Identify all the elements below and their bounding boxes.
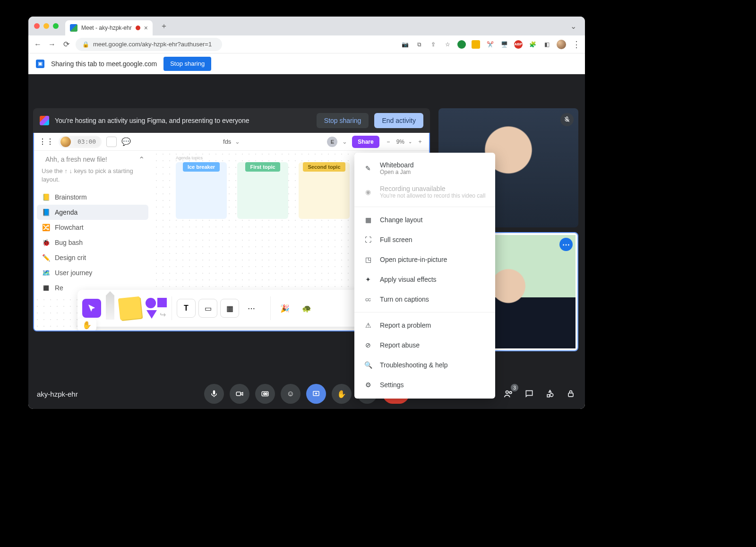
agenda-icon: 📘 bbox=[42, 208, 50, 217]
minimize-window-button[interactable] bbox=[43, 23, 49, 29]
comment-icon[interactable]: 💬 bbox=[121, 137, 131, 146]
close-window-button[interactable] bbox=[34, 23, 40, 29]
maximize-window-button[interactable] bbox=[53, 23, 59, 29]
right-controls: ⓘ 3 bbox=[482, 388, 576, 399]
zoom-in-button[interactable]: ＋ bbox=[416, 138, 424, 146]
hand-tool[interactable]: ✋ bbox=[77, 318, 96, 331]
troubleshoot-icon: 🔍 bbox=[363, 360, 373, 370]
menu-captions[interactable]: ㏄Turn on captions bbox=[354, 289, 495, 309]
camera-button[interactable] bbox=[230, 384, 249, 404]
template-flowchart[interactable]: 🔀Flowchart bbox=[37, 220, 148, 235]
reactions-button[interactable]: ☺ bbox=[281, 384, 301, 404]
extensions-puzzle-icon[interactable]: 🧩 bbox=[528, 40, 537, 49]
menu-change-layout[interactable]: ▦Change layout bbox=[354, 210, 495, 230]
zoom-value[interactable]: 9% bbox=[396, 139, 404, 145]
section-tool[interactable]: ▭ bbox=[198, 299, 217, 318]
menu-report-problem[interactable]: ⚠Report a problem bbox=[354, 315, 495, 335]
back-button[interactable]: ← bbox=[33, 40, 43, 49]
menu-fullscreen[interactable]: ⛶Full screen bbox=[354, 230, 495, 250]
collaborator-chevron-icon[interactable]: ⌄ bbox=[342, 138, 347, 145]
gear-icon: ⚙ bbox=[363, 380, 373, 390]
sharing-indicator-icon: ▣ bbox=[36, 60, 44, 68]
meet-bottom-bar: aky-hzpk-ehr CC ☺ ✋ ⋮ ⓘ 3 bbox=[28, 379, 585, 409]
timer-value: 03:00 bbox=[74, 137, 100, 146]
menu-pip[interactable]: ◳Open picture-in-picture bbox=[354, 250, 495, 269]
sticky-note-tool[interactable] bbox=[118, 296, 142, 321]
close-tab-icon[interactable]: × bbox=[144, 24, 148, 32]
menu-visual-effects[interactable]: ✦Apply visual effects bbox=[354, 269, 495, 289]
bookmark-star-icon[interactable]: ☆ bbox=[443, 40, 452, 49]
card-ice-breaker[interactable]: Ice breaker bbox=[176, 162, 227, 219]
svg-point-6 bbox=[509, 391, 512, 394]
zoom-chevron-icon[interactable]: ⌄ bbox=[408, 139, 412, 144]
participants-button[interactable]: 3 bbox=[503, 388, 514, 399]
menu-troubleshoot[interactable]: 🔍Troubleshooting & help bbox=[354, 355, 495, 375]
adblock-icon[interactable]: ABP bbox=[514, 40, 523, 49]
profile-avatar-icon[interactable] bbox=[557, 40, 566, 49]
stop-sharing-activity-button[interactable]: Stop sharing bbox=[317, 113, 369, 128]
camera-icon[interactable]: 📷 bbox=[401, 40, 409, 49]
stop-sharing-tab-button[interactable]: Stop sharing bbox=[163, 57, 211, 71]
template-agenda[interactable]: 📘Agenda bbox=[37, 205, 148, 220]
present-button[interactable] bbox=[306, 384, 326, 404]
user-journey-icon: 🗺️ bbox=[42, 269, 50, 277]
layout-icon: ▦ bbox=[363, 215, 373, 225]
mic-button[interactable] bbox=[204, 384, 224, 404]
template-user-journey[interactable]: 🗺️User journey bbox=[37, 265, 148, 280]
select-tool[interactable] bbox=[82, 299, 101, 318]
new-tab-button[interactable]: ＋ bbox=[157, 19, 171, 33]
shapes-tool[interactable]: ↪ bbox=[146, 298, 167, 319]
menu-whiteboard[interactable]: ✎ WhiteboardOpen a Jam bbox=[354, 156, 495, 180]
extension-icons: 📷 ⧉ ⇪ ☆ ✂️ 🖥️ ABP 🧩 ◧ ⋮ bbox=[401, 40, 580, 49]
text-tool[interactable]: T bbox=[177, 299, 196, 318]
host-controls-button[interactable] bbox=[565, 388, 576, 399]
more-tools[interactable]: ⋯ bbox=[242, 299, 261, 318]
figjam-share-button[interactable]: Share bbox=[352, 136, 379, 148]
record-icon: ◉ bbox=[363, 187, 373, 197]
share-icon[interactable]: ⇪ bbox=[429, 40, 438, 49]
reload-button[interactable]: ⟳ bbox=[61, 40, 71, 49]
table-tool[interactable]: ▦ bbox=[220, 299, 239, 318]
re-icon: ◼️ bbox=[42, 284, 50, 292]
extension-scissors-icon[interactable]: ✂️ bbox=[486, 40, 494, 49]
collaborator-avatar[interactable]: E bbox=[327, 137, 337, 147]
template-bug-bash[interactable]: 🐞Bug bash bbox=[37, 235, 148, 250]
activity-banner: You're hosting an activity using Figma, … bbox=[33, 108, 430, 133]
connector-icon: ↪ bbox=[160, 310, 166, 319]
sticker-tool[interactable]: 🐢 bbox=[297, 299, 316, 318]
figma-menu-icon[interactable]: ⋮⋮ bbox=[39, 137, 54, 146]
card-second-topic[interactable]: Second topic bbox=[299, 162, 350, 219]
end-activity-button[interactable]: End activity bbox=[374, 113, 423, 128]
chrome-menu-icon[interactable]: ⋮ bbox=[572, 40, 580, 49]
menu-recording-disabled: ◉ Recording unavailableYou're not allowe… bbox=[354, 180, 495, 204]
extension-yellow-icon[interactable] bbox=[472, 40, 480, 49]
browser-tab[interactable]: Meet - aky-hzpk-ehr × bbox=[65, 20, 153, 35]
extension-green-icon[interactable] bbox=[457, 40, 466, 49]
activities-button[interactable] bbox=[544, 388, 556, 399]
tile-more-button[interactable]: ⋯ bbox=[559, 238, 573, 251]
template-sidepanel: Ahh, a fresh new file! ⌃ Use the ↑ ↓ key… bbox=[34, 151, 151, 299]
collapse-panel-icon[interactable]: ⌃ bbox=[138, 155, 145, 164]
browser-window: Meet - aky-hzpk-ehr × ＋ ⌄ ← → ⟳ 🔒 meet.g… bbox=[28, 17, 585, 409]
side-panel-icon[interactable]: ◧ bbox=[542, 40, 551, 49]
stamp-tool[interactable]: 🎉 bbox=[275, 299, 294, 318]
menu-report-abuse[interactable]: ⊘Report abuse bbox=[354, 335, 495, 355]
card-first-topic[interactable]: First topic bbox=[237, 162, 288, 219]
tabs-dropdown-icon[interactable]: ⌄ bbox=[570, 22, 576, 31]
svg-rect-7 bbox=[568, 393, 573, 397]
pencil-tool[interactable] bbox=[106, 291, 114, 320]
template-brainstorm[interactable]: 📒Brainstorm bbox=[37, 190, 148, 205]
address-bar[interactable]: 🔒 meet.google.com/aky-hzpk-ehr?authuser=… bbox=[76, 38, 222, 51]
open-external-icon[interactable]: ⧉ bbox=[415, 40, 423, 49]
raise-hand-button[interactable]: ✋ bbox=[332, 384, 352, 404]
timer-chip[interactable]: 03:00 bbox=[59, 136, 102, 148]
zoom-out-button[interactable]: − bbox=[384, 139, 393, 145]
layout-icon[interactable] bbox=[106, 137, 117, 147]
captions-button[interactable]: CC bbox=[255, 384, 275, 404]
template-design-crit[interactable]: ✏️Design crit bbox=[37, 250, 148, 265]
chat-button[interactable] bbox=[524, 388, 535, 399]
forward-button[interactable]: → bbox=[47, 40, 57, 49]
file-name[interactable]: fds ⌄ bbox=[223, 138, 240, 145]
menu-settings[interactable]: ⚙Settings bbox=[354, 375, 495, 395]
extension-monitor-icon[interactable]: 🖥️ bbox=[500, 40, 508, 49]
